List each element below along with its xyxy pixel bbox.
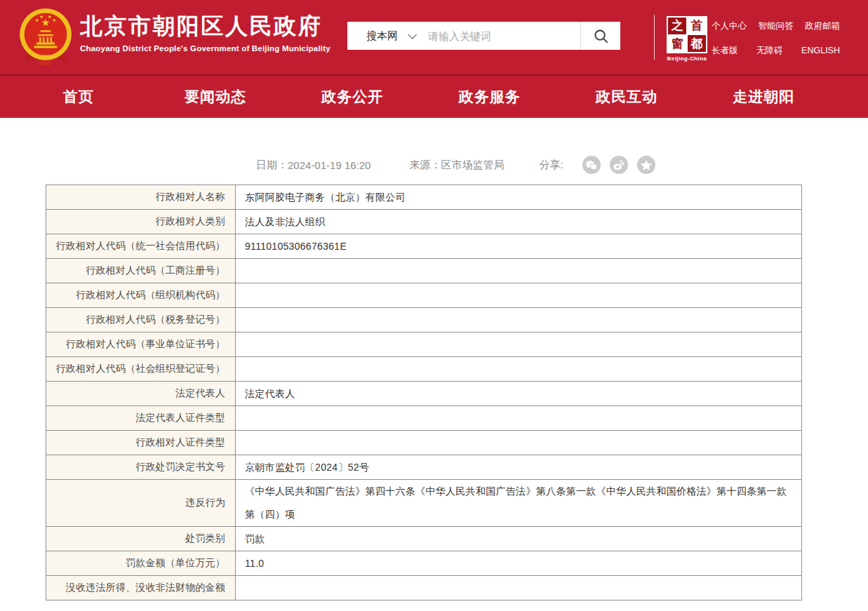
- seal-char: 之: [668, 18, 686, 34]
- row-value: 罚款: [236, 527, 802, 551]
- svg-text:★: ★: [35, 18, 39, 23]
- date-value: 2024-01-19 16:20: [288, 159, 370, 171]
- site-title-block[interactable]: 北京市朝阳区人民政府 Chaoyang District People's Go…: [80, 11, 330, 53]
- site-subtitle: Chaoyang District People's Government of…: [80, 44, 330, 53]
- row-value: [236, 431, 802, 455]
- table-row: 行政相对人代码（组织机构代码）: [46, 283, 802, 308]
- row-value: 京朝市监处罚〔2024〕52号: [236, 455, 802, 480]
- row-label: 没收违法所得、没收非法财物的金额: [46, 576, 236, 600]
- table-row: 没收违法所得、没收非法财物的金额: [46, 576, 802, 600]
- row-label: 罚款金额（单位万元）: [46, 551, 236, 576]
- row-label: 行政相对人代码（税务登记号）: [46, 308, 236, 333]
- row-label: 违反行为: [46, 480, 236, 527]
- row-value: 东阿阿胶电子商务（北京）有限公司: [236, 185, 802, 210]
- search-scope-dropdown[interactable]: 搜本网: [366, 29, 414, 43]
- table-row: 处罚类别 罚款: [46, 527, 802, 551]
- nav-item-news[interactable]: 要闻动态: [147, 76, 283, 118]
- header-quick-links: 个人中心 智能问答 政府邮箱 长者版 无障碍 ENGLISH: [712, 20, 840, 56]
- search-box: 搜本网: [347, 22, 620, 50]
- source-label: 来源：区市场监管局: [409, 159, 504, 172]
- row-label: 处罚类别: [46, 527, 236, 551]
- table-row: 行政相对人代码（税务登记号）: [46, 308, 802, 333]
- search-scope-label: 搜本网: [366, 29, 398, 43]
- source-value: 区市场监管局: [441, 159, 504, 170]
- table-row: 法定代表人证件类型: [46, 406, 802, 431]
- table-row: 行政处罚决定书文号 京朝市监处罚〔2024〕52号: [46, 455, 802, 480]
- nav-item-home[interactable]: 首页: [10, 76, 147, 118]
- table-row: 罚款金额（单位万元） 11.0: [46, 551, 802, 576]
- link-gov-mailbox[interactable]: 政府邮箱: [805, 20, 840, 32]
- table-row: 行政相对人代码（工商注册号）: [46, 259, 802, 283]
- row-label: 行政相对人代码（组织机构代码）: [46, 283, 236, 308]
- site-title: 北京市朝阳区人民政府: [80, 11, 330, 41]
- search-button[interactable]: [581, 22, 620, 50]
- nav-item-gov-service[interactable]: 政务服务: [421, 76, 558, 118]
- site-header: ★ ★ ★ ★ ★ 北京市朝阳区人民政府 Chaoyang District P…: [0, 0, 868, 74]
- link-personal-center[interactable]: 个人中心: [712, 20, 747, 32]
- row-value: [236, 308, 802, 333]
- row-value: [236, 283, 802, 308]
- table-row: 行政相对人名称 东阿阿胶电子商务（北京）有限公司: [46, 185, 802, 210]
- search-icon: [593, 28, 609, 44]
- table-row: 行政相对人证件类型: [46, 431, 802, 455]
- row-label: 法定代表人: [46, 382, 236, 406]
- nav-item-about[interactable]: 走进朝阳: [695, 76, 832, 118]
- row-label: 行政相对人类别: [46, 210, 236, 234]
- row-value: [236, 333, 802, 357]
- search-input[interactable]: [428, 30, 580, 42]
- row-label: 行政相对人代码（事业单位证书号）: [46, 333, 236, 357]
- row-value: 法人及非法人组织: [236, 210, 802, 234]
- table-row: 行政相对人代码（社会组织登记证号）: [46, 357, 802, 382]
- link-smart-qa[interactable]: 智能问答: [759, 20, 794, 32]
- national-emblem-icon: ★ ★ ★ ★ ★: [17, 6, 74, 68]
- row-label: 行政相对人证件类型: [46, 431, 236, 455]
- row-value: 《中华人民共和国广告法》第四十六条《中华人民共和国广告法》第八条第一款《中华人民…: [236, 480, 802, 527]
- share-icons: [582, 156, 655, 174]
- article-meta-row: 日期：2024-01-19 16:20 来源：区市场监管局 分享:: [256, 155, 655, 175]
- row-value: 91110105306676361E: [236, 234, 802, 259]
- row-label: 法定代表人证件类型: [46, 406, 236, 431]
- chevron-down-icon: [408, 30, 417, 39]
- svg-text:★: ★: [39, 14, 44, 20]
- row-label: 行政相对人代码（工商注册号）: [46, 259, 236, 283]
- weibo-share-icon[interactable]: [610, 156, 628, 174]
- shoudu-zhichuang-logo[interactable]: 之 首 窗 都 Beijing-China: [667, 16, 707, 62]
- seal-char: 窗: [668, 35, 686, 52]
- nav-item-gov-info[interactable]: 政务公开: [284, 76, 421, 118]
- date-label: 日期：: [256, 159, 288, 172]
- share-label: 分享:: [539, 159, 563, 172]
- row-value: [236, 259, 802, 283]
- seal-char: 都: [688, 35, 706, 52]
- portal-caption: Beijing-China: [667, 55, 707, 62]
- qzone-share-icon[interactable]: [637, 156, 655, 174]
- nav-item-interaction[interactable]: 政民互动: [558, 76, 695, 118]
- row-value: 11.0: [236, 551, 802, 576]
- row-label: 行政处罚决定书文号: [46, 455, 236, 480]
- national-emblem-logo[interactable]: ★ ★ ★ ★ ★: [17, 6, 74, 68]
- table-row: 行政相对人类别 法人及非法人组织: [46, 210, 802, 234]
- nav-list: 首页 要闻动态 政务公开 政务服务 政民互动 走进朝阳: [10, 76, 832, 118]
- svg-text:★: ★: [48, 14, 52, 20]
- row-value: [236, 406, 802, 431]
- link-senior-version[interactable]: 长者版: [712, 45, 738, 56]
- penalty-record-table: 行政相对人名称 东阿阿胶电子商务（北京）有限公司 行政相对人类别 法人及非法人组…: [46, 184, 802, 600]
- row-label: 行政相对人名称: [46, 185, 236, 210]
- table-row: 法定代表人 法定代表人: [46, 382, 802, 406]
- penalty-table-body: 行政相对人名称 东阿阿胶电子商务（北京）有限公司 行政相对人类别 法人及非法人组…: [46, 185, 802, 600]
- portal-seal-icon: 之 首 窗 都: [667, 16, 707, 53]
- row-value: [236, 576, 802, 600]
- row-value: [236, 357, 802, 382]
- wechat-share-icon[interactable]: [582, 156, 601, 174]
- table-row: 违反行为 《中华人民共和国广告法》第四十六条《中华人民共和国广告法》第八条第一款…: [46, 480, 802, 527]
- table-row: 行政相对人代码（事业单位证书号）: [46, 333, 802, 357]
- row-label: 行政相对人代码（社会组织登记证号）: [46, 357, 236, 382]
- header-separator: [654, 15, 655, 60]
- table-row: 行政相对人代码（统一社会信用代码） 91110105306676361E: [46, 234, 802, 259]
- link-accessibility[interactable]: 无障碍: [756, 45, 783, 56]
- link-english[interactable]: ENGLISH: [801, 45, 840, 56]
- row-value: 法定代表人: [236, 382, 802, 406]
- seal-char: 首: [688, 18, 706, 34]
- svg-text:★: ★: [52, 18, 56, 23]
- main-navbar: 首页 要闻动态 政务公开 政务服务 政民互动 走进朝阳: [0, 74, 868, 118]
- row-label: 行政相对人代码（统一社会信用代码）: [46, 234, 236, 259]
